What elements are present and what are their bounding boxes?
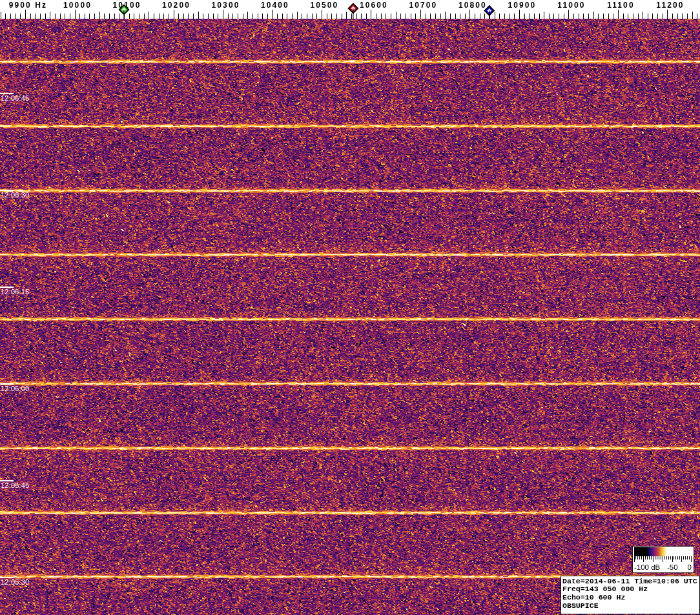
svg-text:10500: 10500 [310,1,338,10]
svg-text:10800: 10800 [458,1,487,10]
svg-text:11200: 11200 [656,1,684,10]
svg-text:9900 Hz: 9900 Hz [9,1,47,10]
svg-text:11000: 11000 [557,1,585,10]
svg-text:10700: 10700 [409,1,437,10]
svg-text:10200: 10200 [162,1,190,10]
svg-text:10400: 10400 [261,1,289,10]
svg-text:10000: 10000 [63,1,92,10]
svg-text:10900: 10900 [508,1,536,10]
svg-text:11100: 11100 [607,1,635,10]
svg-text:10300: 10300 [212,1,240,10]
svg-text:10600: 10600 [360,1,388,10]
